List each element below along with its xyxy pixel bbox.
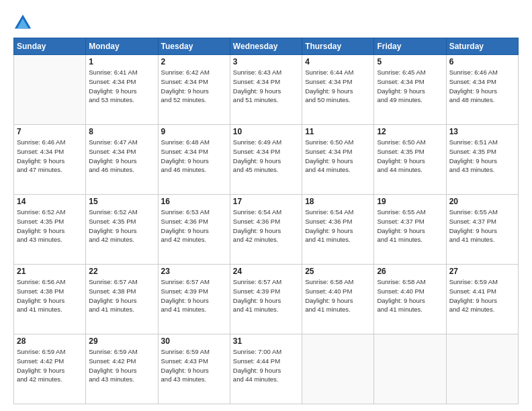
day-number: 3 xyxy=(233,57,299,66)
calendar-table: SundayMondayTuesdayWednesdayThursdayFrid… xyxy=(13,38,519,404)
day-info: Sunrise: 6:55 AM Sunset: 4:37 PM Dayligh… xyxy=(449,208,515,244)
calendar-cell xyxy=(14,55,86,125)
day-info: Sunrise: 6:48 AM Sunset: 4:34 PM Dayligh… xyxy=(161,138,227,175)
day-number: 1 xyxy=(89,57,154,66)
calendar-body: 1Sunrise: 6:41 AM Sunset: 4:34 PM Daylig… xyxy=(14,55,519,404)
calendar-cell: 3Sunrise: 6:43 AM Sunset: 4:34 PM Daylig… xyxy=(230,55,302,125)
day-info: Sunrise: 6:41 AM Sunset: 4:34 PM Dayligh… xyxy=(89,68,154,105)
calendar-cell: 23Sunrise: 6:57 AM Sunset: 4:39 PM Dayli… xyxy=(158,265,230,334)
day-number: 8 xyxy=(89,127,154,136)
calendar-cell: 17Sunrise: 6:54 AM Sunset: 4:36 PM Dayli… xyxy=(230,195,302,265)
day-number: 4 xyxy=(305,57,371,66)
day-number: 30 xyxy=(161,336,227,346)
calendar-cell: 4Sunrise: 6:44 AM Sunset: 4:34 PM Daylig… xyxy=(302,55,374,125)
day-info: Sunrise: 6:45 AM Sunset: 4:34 PM Dayligh… xyxy=(377,68,443,105)
calendar-cell: 10Sunrise: 6:49 AM Sunset: 4:34 PM Dayli… xyxy=(230,125,302,195)
day-number: 27 xyxy=(449,267,515,276)
calendar-cell: 28Sunrise: 6:59 AM Sunset: 4:42 PM Dayli… xyxy=(14,334,86,404)
day-info: Sunrise: 6:50 AM Sunset: 4:35 PM Dayligh… xyxy=(377,138,443,175)
calendar-cell xyxy=(302,334,374,404)
calendar-cell: 24Sunrise: 6:57 AM Sunset: 4:39 PM Dayli… xyxy=(230,265,302,334)
day-number: 17 xyxy=(233,197,299,206)
calendar-cell: 1Sunrise: 6:41 AM Sunset: 4:34 PM Daylig… xyxy=(86,55,158,125)
day-info: Sunrise: 6:53 AM Sunset: 4:36 PM Dayligh… xyxy=(161,208,227,244)
weekday-header-thursday: Thursday xyxy=(302,38,374,55)
day-info: Sunrise: 6:58 AM Sunset: 4:40 PM Dayligh… xyxy=(377,277,443,314)
week-row-1: 7Sunrise: 6:46 AM Sunset: 4:34 PM Daylig… xyxy=(14,125,519,195)
day-info: Sunrise: 6:57 AM Sunset: 4:39 PM Dayligh… xyxy=(161,277,227,314)
day-number: 11 xyxy=(305,127,371,136)
calendar-cell: 19Sunrise: 6:55 AM Sunset: 4:37 PM Dayli… xyxy=(374,195,446,265)
day-number: 23 xyxy=(161,267,227,276)
calendar-cell: 18Sunrise: 6:54 AM Sunset: 4:36 PM Dayli… xyxy=(302,195,374,265)
calendar-cell: 21Sunrise: 6:56 AM Sunset: 4:38 PM Dayli… xyxy=(14,265,86,334)
calendar-cell: 31Sunrise: 7:00 AM Sunset: 4:44 PM Dayli… xyxy=(230,334,302,404)
calendar-cell: 9Sunrise: 6:48 AM Sunset: 4:34 PM Daylig… xyxy=(158,125,230,195)
day-info: Sunrise: 6:57 AM Sunset: 4:39 PM Dayligh… xyxy=(233,277,299,314)
day-info: Sunrise: 6:42 AM Sunset: 4:34 PM Dayligh… xyxy=(161,68,227,105)
day-number: 25 xyxy=(305,267,371,276)
weekday-header-sunday: Sunday xyxy=(14,38,86,55)
day-number: 21 xyxy=(17,267,83,276)
day-number: 13 xyxy=(449,127,515,136)
weekday-header-monday: Monday xyxy=(86,38,158,55)
day-info: Sunrise: 6:52 AM Sunset: 4:35 PM Dayligh… xyxy=(89,208,154,244)
day-number: 20 xyxy=(449,197,515,206)
calendar-cell: 30Sunrise: 6:59 AM Sunset: 4:43 PM Dayli… xyxy=(158,334,230,404)
day-number: 28 xyxy=(17,336,83,346)
day-number: 29 xyxy=(89,336,154,346)
day-number: 26 xyxy=(377,267,443,276)
page: SundayMondayTuesdayWednesdayThursdayFrid… xyxy=(0,0,532,411)
weekday-header-tuesday: Tuesday xyxy=(158,38,230,55)
day-info: Sunrise: 6:59 AM Sunset: 4:42 PM Dayligh… xyxy=(89,347,154,384)
day-info: Sunrise: 6:50 AM Sunset: 4:34 PM Dayligh… xyxy=(305,138,371,175)
day-number: 22 xyxy=(89,267,154,276)
calendar-cell: 27Sunrise: 6:59 AM Sunset: 4:41 PM Dayli… xyxy=(446,265,518,334)
week-row-4: 28Sunrise: 6:59 AM Sunset: 4:42 PM Dayli… xyxy=(14,334,519,404)
day-info: Sunrise: 6:54 AM Sunset: 4:36 PM Dayligh… xyxy=(305,208,371,244)
day-info: Sunrise: 6:52 AM Sunset: 4:35 PM Dayligh… xyxy=(17,208,83,244)
week-row-3: 21Sunrise: 6:56 AM Sunset: 4:38 PM Dayli… xyxy=(14,265,519,334)
day-number: 9 xyxy=(161,127,227,136)
day-info: Sunrise: 7:00 AM Sunset: 4:44 PM Dayligh… xyxy=(233,347,299,384)
calendar-cell: 16Sunrise: 6:53 AM Sunset: 4:36 PM Dayli… xyxy=(158,195,230,265)
day-number: 31 xyxy=(233,336,299,346)
day-number: 12 xyxy=(377,127,443,136)
logo xyxy=(13,13,35,32)
calendar-header: SundayMondayTuesdayWednesdayThursdayFrid… xyxy=(14,38,519,55)
day-info: Sunrise: 6:55 AM Sunset: 4:37 PM Dayligh… xyxy=(377,208,443,244)
calendar-cell: 7Sunrise: 6:46 AM Sunset: 4:34 PM Daylig… xyxy=(14,125,86,195)
day-number: 16 xyxy=(161,197,227,206)
day-info: Sunrise: 6:56 AM Sunset: 4:38 PM Dayligh… xyxy=(17,277,83,314)
day-info: Sunrise: 6:59 AM Sunset: 4:43 PM Dayligh… xyxy=(161,347,227,384)
day-number: 15 xyxy=(89,197,154,206)
calendar-cell: 20Sunrise: 6:55 AM Sunset: 4:37 PM Dayli… xyxy=(446,195,518,265)
logo-icon xyxy=(13,13,32,32)
day-info: Sunrise: 6:47 AM Sunset: 4:34 PM Dayligh… xyxy=(89,138,154,175)
calendar-cell: 5Sunrise: 6:45 AM Sunset: 4:34 PM Daylig… xyxy=(374,55,446,125)
day-number: 18 xyxy=(305,197,371,206)
day-number: 2 xyxy=(161,57,227,66)
day-info: Sunrise: 6:46 AM Sunset: 4:34 PM Dayligh… xyxy=(17,138,83,175)
calendar-cell: 12Sunrise: 6:50 AM Sunset: 4:35 PM Dayli… xyxy=(374,125,446,195)
day-info: Sunrise: 6:43 AM Sunset: 4:34 PM Dayligh… xyxy=(233,68,299,105)
day-info: Sunrise: 6:58 AM Sunset: 4:40 PM Dayligh… xyxy=(305,277,371,314)
day-info: Sunrise: 6:54 AM Sunset: 4:36 PM Dayligh… xyxy=(233,208,299,244)
day-info: Sunrise: 6:59 AM Sunset: 4:41 PM Dayligh… xyxy=(449,277,515,314)
day-info: Sunrise: 6:46 AM Sunset: 4:34 PM Dayligh… xyxy=(449,68,515,105)
weekday-header-wednesday: Wednesday xyxy=(230,38,302,55)
day-info: Sunrise: 6:44 AM Sunset: 4:34 PM Dayligh… xyxy=(305,68,371,105)
calendar-cell xyxy=(446,334,518,404)
calendar-cell: 15Sunrise: 6:52 AM Sunset: 4:35 PM Dayli… xyxy=(86,195,158,265)
day-number: 14 xyxy=(17,197,83,206)
day-number: 10 xyxy=(233,127,299,136)
day-info: Sunrise: 6:51 AM Sunset: 4:35 PM Dayligh… xyxy=(449,138,515,175)
calendar-cell: 6Sunrise: 6:46 AM Sunset: 4:34 PM Daylig… xyxy=(446,55,518,125)
week-row-2: 14Sunrise: 6:52 AM Sunset: 4:35 PM Dayli… xyxy=(14,195,519,265)
weekday-header-saturday: Saturday xyxy=(446,38,518,55)
weekday-row: SundayMondayTuesdayWednesdayThursdayFrid… xyxy=(14,38,519,55)
day-number: 6 xyxy=(449,57,515,66)
calendar-cell: 26Sunrise: 6:58 AM Sunset: 4:40 PM Dayli… xyxy=(374,265,446,334)
day-number: 5 xyxy=(377,57,443,66)
weekday-header-friday: Friday xyxy=(374,38,446,55)
